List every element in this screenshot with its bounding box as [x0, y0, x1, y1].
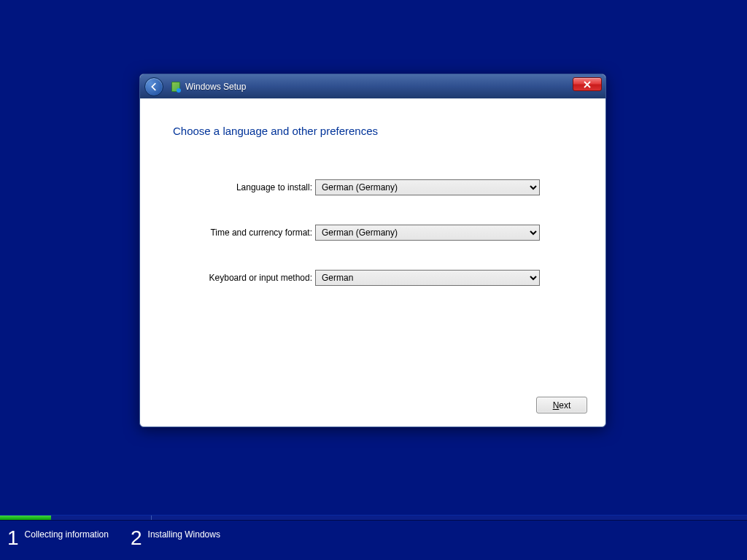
- setup-icon: [169, 81, 181, 93]
- keyboard-select[interactable]: German: [315, 270, 540, 286]
- progress-fill: [0, 516, 51, 520]
- back-arrow-icon: [149, 82, 159, 92]
- language-row: Language to install: German (Germany): [173, 179, 573, 195]
- step-2-number: 2: [131, 528, 142, 548]
- language-label: Language to install:: [173, 182, 315, 192]
- time-row: Time and currency format: German (German…: [173, 225, 573, 241]
- keyboard-row: Keyboard or input method: German: [173, 270, 573, 286]
- footer: 1 Collecting information 2 Installing Wi…: [0, 515, 747, 560]
- next-button[interactable]: Next: [536, 397, 587, 413]
- progress-divider: [151, 516, 152, 520]
- time-select[interactable]: German (Germany): [315, 225, 540, 241]
- step-2: 2 Installing Windows: [131, 528, 220, 548]
- progress-bar: [0, 515, 747, 521]
- back-button[interactable]: [144, 77, 163, 96]
- step-2-label: Installing Windows: [148, 528, 220, 540]
- time-label: Time and currency format:: [173, 228, 315, 238]
- content-area: Choose a language and other preferences …: [140, 98, 605, 427]
- window-title: Windows Setup: [185, 82, 246, 92]
- close-button[interactable]: [573, 77, 602, 91]
- keyboard-label: Keyboard or input method:: [173, 273, 315, 283]
- language-select[interactable]: German (Germany): [315, 179, 540, 195]
- step-1-number: 1: [7, 528, 19, 548]
- setup-window: Windows Setup Choose a language and othe…: [139, 74, 606, 427]
- step-1-label: Collecting information: [25, 528, 109, 540]
- step-1: 1 Collecting information: [7, 528, 109, 548]
- titlebar[interactable]: Windows Setup: [140, 74, 605, 98]
- page-heading: Choose a language and other preferences: [173, 125, 573, 137]
- close-icon: [584, 81, 591, 88]
- steps: 1 Collecting information 2 Installing Wi…: [0, 521, 747, 548]
